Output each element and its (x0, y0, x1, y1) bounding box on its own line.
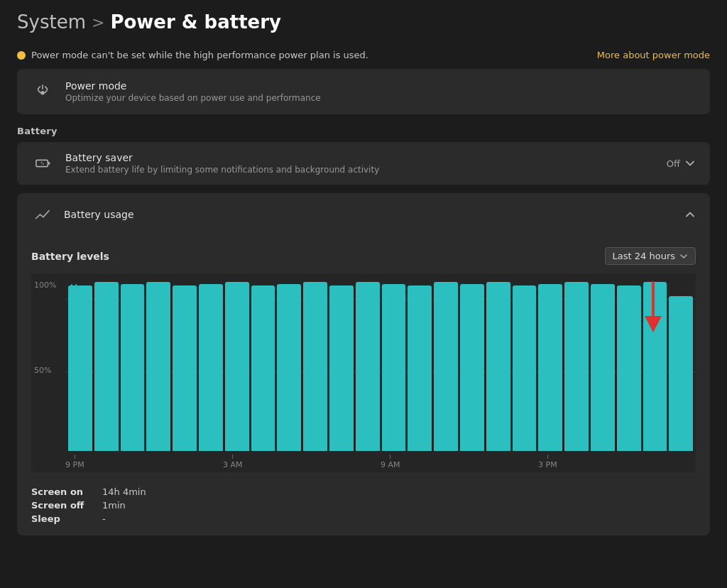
warning-dot-icon (17, 51, 26, 60)
battery-saver-card[interactable]: Battery saver Extend battery life by lim… (17, 142, 710, 185)
x-tick-item: 9 PM (65, 454, 84, 469)
power-mode-sublabel: Optimize your device based on power use … (65, 93, 696, 103)
x-axis: 9 PM 3 AM 9 AM 3 PM 9 PM (65, 451, 696, 472)
screen-off-value: 1min (102, 500, 696, 511)
battery-usage-label: Battery usage (64, 209, 134, 220)
bar-item (225, 282, 249, 451)
battery-levels-header: Battery levels Last 24 hours (31, 247, 696, 265)
battery-levels-title: Battery levels (31, 251, 109, 262)
chart-bars (65, 281, 696, 451)
bar-item (329, 285, 354, 451)
stats-row: Screen on 14h 4min Screen off 1min Sleep… (17, 478, 710, 535)
battery-usage-header-left: Battery usage (31, 203, 134, 226)
x-tick-line (232, 454, 233, 459)
screen-on-value: 14h 4min (102, 486, 696, 497)
bar-item (94, 282, 119, 451)
x-tick-item: 9 AM (381, 454, 400, 469)
battery-saver-icon (31, 152, 54, 175)
warning-bar-left: Power mode can't be set while the high p… (17, 50, 368, 60)
screen-on-label: Screen on (31, 486, 102, 497)
y-label-100: 100% (34, 281, 62, 290)
bar-item (617, 285, 641, 451)
power-mode-icon (31, 80, 54, 103)
x-tick-item: 3 AM (223, 454, 243, 469)
breadcrumb: System > Power & battery (17, 11, 710, 33)
x-tick-line (547, 454, 548, 459)
time-range-dropdown[interactable]: Last 24 hours (605, 247, 696, 265)
battery-saver-row[interactable]: Battery saver Extend battery life by lim… (17, 142, 710, 185)
battery-usage-icon (31, 203, 54, 226)
bar-item (303, 282, 327, 451)
bar-item (669, 296, 693, 451)
battery-saver-right[interactable]: Off (667, 158, 696, 169)
warning-text: Power mode can't be set while the high p… (31, 50, 368, 60)
battery-chart: 100% 50% (31, 273, 696, 472)
time-range-label: Last 24 hours (613, 251, 675, 261)
battery-levels-section: Battery levels Last 24 hours 100% 50% (17, 236, 710, 478)
x-tick-line (390, 454, 390, 459)
more-about-power-mode-link[interactable]: More about power mode (597, 50, 710, 60)
battery-section-header: Battery (17, 126, 710, 136)
bar-item (146, 282, 170, 451)
chevron-up-icon[interactable] (684, 209, 696, 220)
main-page: System > Power & battery Power mode can'… (0, 0, 727, 555)
bar-item (486, 282, 510, 451)
battery-saver-info: Battery saver Extend battery life by lim… (65, 152, 655, 175)
bar-item (434, 282, 458, 451)
breadcrumb-system[interactable]: System (17, 11, 86, 33)
battery-usage-header[interactable]: Battery usage (17, 193, 710, 236)
bar-item (513, 285, 537, 451)
bar-item (68, 285, 92, 451)
power-mode-info: Power mode Optimize your device based on… (65, 80, 696, 103)
svg-point-0 (40, 91, 45, 95)
battery-saver-label: Battery saver (65, 152, 655, 163)
x-tick-label: 9 PM (65, 460, 84, 469)
bar-item (591, 284, 615, 451)
svg-rect-1 (36, 160, 48, 166)
x-tick-item: 3 PM (538, 454, 557, 469)
sleep-label: Sleep (31, 513, 102, 524)
bar-item (382, 284, 406, 451)
warning-bar: Power mode can't be set while the high p… (17, 44, 710, 66)
x-tick-line (75, 454, 75, 459)
bar-item (277, 284, 301, 451)
x-tick-label: 3 AM (223, 460, 243, 469)
x-tick-label: 9 AM (381, 460, 400, 469)
bar-item (251, 285, 275, 451)
bar-item (121, 284, 145, 451)
bar-item (538, 284, 562, 451)
bar-item (199, 284, 223, 451)
bar-item (356, 282, 380, 451)
chevron-down-icon[interactable] (684, 158, 696, 169)
power-mode-label: Power mode (65, 80, 696, 92)
bar-item (460, 284, 484, 451)
breadcrumb-separator: > (92, 13, 104, 31)
bar-item (643, 282, 667, 451)
battery-saver-sublabel: Extend battery life by limiting some not… (65, 165, 655, 175)
y-label-50: 50% (34, 366, 62, 375)
page-title: Power & battery (110, 11, 281, 33)
battery-saver-value: Off (667, 158, 680, 169)
battery-usage-card: Battery usage Battery levels Last 24 hou… (17, 193, 710, 535)
y-axis: 100% 50% (31, 273, 65, 451)
power-mode-row: Power mode Optimize your device based on… (17, 69, 710, 114)
power-mode-card: Power mode Optimize your device based on… (17, 69, 710, 114)
sleep-value: - (102, 513, 696, 524)
x-tick-label: 3 PM (538, 460, 557, 469)
chart-inner: 100% 50% (31, 273, 696, 472)
bar-item (408, 285, 432, 451)
bar-item (173, 285, 197, 451)
screen-off-label: Screen off (31, 500, 102, 511)
bar-item (564, 282, 589, 451)
